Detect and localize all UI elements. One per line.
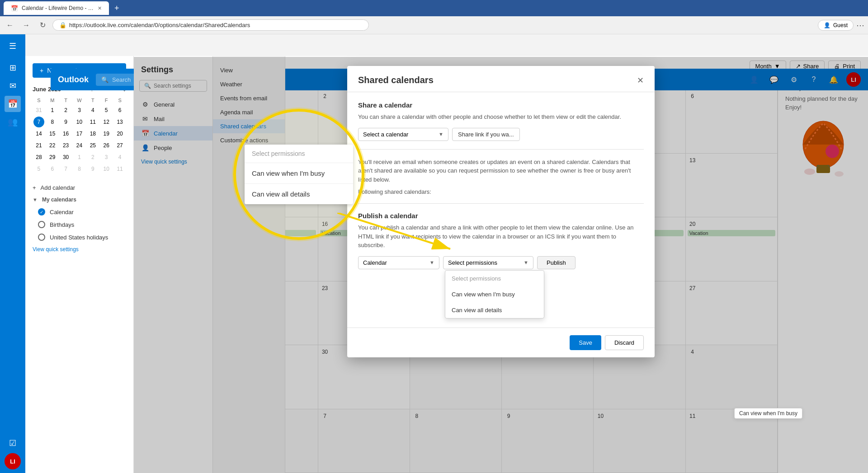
people-nav-icon[interactable]: 👥: [5, 114, 21, 130]
day-header-fri: F: [100, 97, 113, 104]
publish-permissions-select[interactable]: Select permissions ▼: [443, 256, 533, 269]
mini-cal-day[interactable]: 9: [61, 117, 71, 127]
mini-cal-day[interactable]: 5: [101, 105, 112, 116]
publish-button[interactable]: Publish: [537, 256, 576, 269]
mini-cal-day[interactable]: 6: [114, 105, 125, 116]
mini-cal-day[interactable]: 1: [47, 105, 58, 116]
mini-cal-day[interactable]: 15: [47, 128, 58, 139]
discard-button[interactable]: Discard: [605, 335, 644, 350]
share-link-button[interactable]: Share link if you wa...: [452, 128, 520, 141]
publish-calendar-select[interactable]: Calendar ▼: [358, 256, 439, 269]
dialog-title: Shared calendars: [358, 75, 434, 85]
mini-cal-day[interactable]: 7: [61, 164, 71, 174]
calendar-item-holidays[interactable]: United States holidays: [25, 231, 133, 244]
refresh-button[interactable]: ↻: [36, 19, 49, 32]
mini-cal-day[interactable]: 20: [114, 128, 125, 139]
calendar-select-dropdown[interactable]: Select a calendar ▼: [358, 128, 448, 141]
my-calendars-header[interactable]: ▼ My calendars: [25, 194, 133, 206]
mini-cal-day[interactable]: 2: [61, 105, 71, 116]
mini-cal-day[interactable]: 23: [61, 140, 71, 151]
mini-cal-day[interactable]: 26: [101, 140, 112, 151]
magnify-item-busy[interactable]: Can view when I'm busy: [245, 163, 353, 184]
mini-cal-day[interactable]: 19: [101, 128, 112, 139]
mini-cal-day[interactable]: 13: [114, 117, 125, 127]
user-avatar[interactable]: LI: [5, 453, 21, 469]
mini-cal-day[interactable]: 21: [33, 140, 44, 151]
magnify-circle: Select permissions Can view when I'm bus…: [233, 109, 364, 240]
mini-cal-day[interactable]: 25: [87, 140, 98, 151]
mini-cal-day[interactable]: 3: [74, 105, 85, 116]
mini-cal-day[interactable]: 4: [114, 152, 125, 163]
search-icon: 🔍: [101, 76, 108, 83]
browser-chrome: 📅 Calendar - Lifewire Demo - Outl... ✕ +: [0, 0, 868, 16]
hamburger-icon[interactable]: ☰: [5, 38, 21, 54]
address-bar[interactable]: 🔒: [52, 19, 369, 31]
mini-cal-day[interactable]: 27: [114, 140, 125, 151]
mini-cal-day[interactable]: 29: [47, 152, 58, 163]
calendar-item-calendar[interactable]: ✓ Calendar: [25, 206, 133, 218]
birthday-unchecked-icon: [38, 221, 45, 228]
plus-icon: +: [40, 67, 43, 74]
my-calendars-label: My calendars: [42, 197, 76, 203]
share-link-label: Share link if you wa...: [458, 131, 514, 138]
add-icon: +: [33, 184, 36, 191]
browser-tab[interactable]: 📅 Calendar - Lifewire Demo - Outl... ✕: [4, 1, 109, 15]
mini-cal-day[interactable]: 10: [74, 117, 85, 127]
mini-cal-day[interactable]: 8: [47, 117, 58, 127]
calendar-item-birthdays[interactable]: Birthdays: [25, 218, 133, 231]
mini-cal-day[interactable]: 12: [101, 117, 112, 127]
dropdown-item-all-details[interactable]: Can view all details: [445, 302, 544, 318]
mini-cal-day[interactable]: 8: [74, 164, 85, 174]
add-tab-button[interactable]: +: [111, 4, 123, 13]
mini-cal-day[interactable]: 1: [74, 152, 85, 163]
mini-cal-day[interactable]: 24: [74, 140, 85, 151]
back-button[interactable]: ←: [4, 19, 16, 32]
calendar-select-caret: ▼: [439, 131, 443, 137]
mini-cal-day[interactable]: 5: [33, 164, 44, 174]
outlook-nav: ☰ ⊞ ✉ 📅 👥 ☑ LI: [0, 34, 25, 473]
mini-cal-day[interactable]: 31: [33, 105, 44, 116]
divider-1: [358, 149, 644, 150]
mini-cal-day[interactable]: 2: [87, 152, 98, 163]
permissions-dropdown: Select permissions Can view when I'm bus…: [445, 270, 544, 318]
mini-cal-day[interactable]: 9: [87, 164, 98, 174]
tab-title: Calendar - Lifewire Demo - Outl...: [22, 5, 94, 11]
browser-menu-button[interactable]: ⋯: [856, 20, 864, 30]
mini-cal-day[interactable]: 16: [61, 128, 71, 139]
mini-cal-day[interactable]: 6: [47, 164, 58, 174]
mini-cal-day[interactable]: 14: [33, 128, 44, 139]
left-nav-section: + Add calendar ▼ My calendars ✓ Calendar…: [25, 178, 133, 259]
calendar-nav-icon[interactable]: 📅: [5, 96, 21, 112]
mini-cal-day-today[interactable]: 7: [33, 117, 44, 127]
mini-cal-day[interactable]: 28: [33, 152, 44, 163]
dialog-footer: Save Discard: [347, 328, 655, 357]
todo-nav-icon[interactable]: ☑: [5, 435, 21, 451]
mini-cal-day[interactable]: 17: [74, 128, 85, 139]
dropdown-item-busy[interactable]: Can view when I'm busy: [445, 286, 544, 302]
mini-cal-day[interactable]: 11: [114, 164, 125, 174]
mail-nav-icon[interactable]: ✉: [5, 78, 21, 94]
holidays-unchecked-icon: [38, 234, 45, 241]
mini-cal-day[interactable]: 3: [101, 152, 112, 163]
grid-icon[interactable]: ⊞: [5, 60, 21, 76]
save-button[interactable]: Save: [570, 335, 601, 350]
url-input[interactable]: [69, 22, 362, 28]
mini-cal-day[interactable]: 30: [61, 152, 71, 163]
magnify-item-details[interactable]: Can view all details: [245, 184, 353, 204]
share-section-desc: You can share a calendar with other peop…: [358, 112, 644, 122]
publish-cal-caret: ▼: [429, 260, 434, 265]
mini-cal-day[interactable]: 10: [101, 164, 112, 174]
collapse-icon: ▼: [33, 197, 38, 202]
tab-close-icon[interactable]: ✕: [98, 5, 102, 11]
forward-button[interactable]: →: [20, 19, 33, 32]
add-calendar-item[interactable]: + Add calendar: [25, 182, 133, 194]
mini-cal-day[interactable]: 22: [47, 140, 58, 151]
view-quick-settings-link[interactable]: View quick settings: [25, 244, 133, 255]
dialog-close-button[interactable]: ✕: [637, 75, 644, 85]
calendar-checked-icon: ✓: [38, 208, 45, 215]
mini-cal-day[interactable]: 4: [87, 105, 98, 116]
mini-cal-grid: S M T W T F S 31 1 2 3 4 5 6: [33, 97, 126, 174]
guest-button[interactable]: 👤 Guest: [818, 20, 854, 31]
mini-cal-day[interactable]: 11: [87, 117, 98, 127]
mini-cal-day[interactable]: 18: [87, 128, 98, 139]
